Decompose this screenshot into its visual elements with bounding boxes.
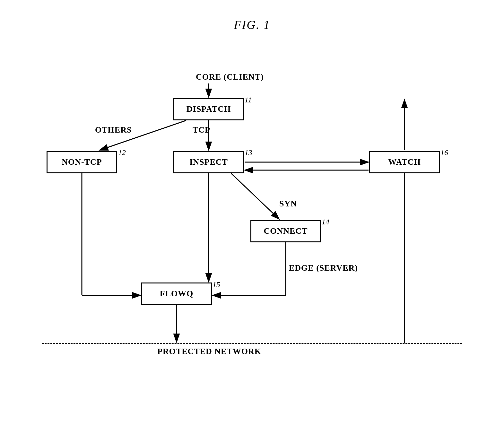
dispatch-ref: 11 (245, 96, 252, 104)
non-tcp-ref: 12 (118, 148, 126, 157)
core-client-label: CORE (CLIENT) (196, 72, 264, 82)
others-label: OTHERS (95, 125, 132, 135)
inspect-ref: 13 (245, 148, 252, 157)
svg-line-10 (231, 173, 279, 219)
watch-box: WATCH (369, 151, 440, 173)
inspect-box: INSPECT (173, 151, 244, 173)
diagram-arrows (0, 0, 504, 426)
watch-ref: 16 (440, 148, 448, 157)
connect-ref: 14 (322, 218, 329, 226)
protected-network-label: PROTECTED NETWORK (157, 347, 261, 356)
protected-network-line (42, 343, 462, 344)
flowq-ref: 15 (213, 280, 220, 289)
tcp-label: TCP (193, 125, 210, 135)
connect-box: CONNECT (250, 220, 321, 242)
flowq-box: FLOWQ (141, 283, 212, 305)
figure-title: FIG. 1 (234, 18, 270, 32)
dispatch-box: DISPATCH (173, 98, 244, 120)
edge-server-label: EDGE (SERVER) (289, 263, 358, 273)
non-tcp-box: NON-TCP (47, 151, 117, 173)
svg-line-4 (100, 120, 186, 150)
syn-label: SYN (279, 199, 297, 209)
